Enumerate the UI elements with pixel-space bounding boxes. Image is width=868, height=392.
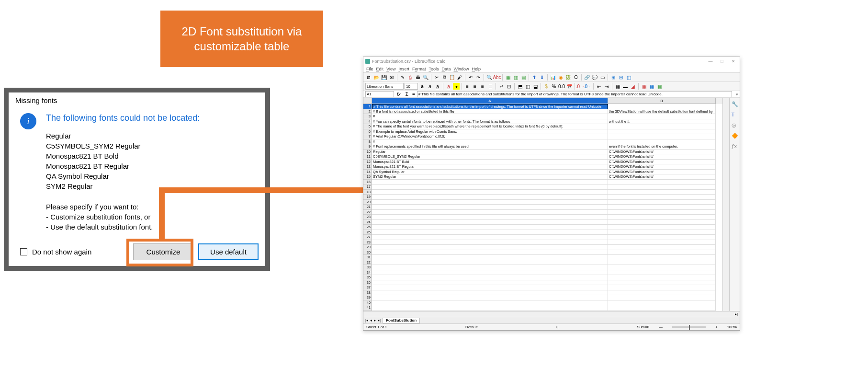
- row-header[interactable]: 28: [363, 240, 372, 245]
- row-header[interactable]: 9: [363, 144, 372, 150]
- cond-format3-icon[interactable]: ▦: [656, 83, 663, 90]
- border-color-icon[interactable]: ◢: [630, 83, 636, 90]
- decrease-indent-icon[interactable]: ⇤: [596, 83, 602, 90]
- row-header[interactable]: 19: [363, 195, 372, 200]
- row-header[interactable]: 25: [363, 225, 372, 230]
- row-header[interactable]: 29: [363, 245, 372, 250]
- cell[interactable]: [372, 295, 608, 300]
- cell[interactable]: # This file contains all font associatio…: [372, 104, 608, 109]
- cell[interactable]: [372, 210, 608, 215]
- row-header[interactable]: 37: [363, 285, 372, 290]
- sort-asc-icon[interactable]: ⬆: [531, 74, 538, 81]
- comment-icon[interactable]: 💬: [591, 74, 598, 81]
- row-icon[interactable]: ▦: [505, 74, 511, 81]
- navigator-icon[interactable]: 🔶: [732, 133, 738, 139]
- cell[interactable]: [372, 205, 608, 210]
- sheet-tab[interactable]: FontSubstitution: [383, 318, 420, 323]
- row-header[interactable]: 15: [363, 174, 372, 180]
- cell[interactable]: [372, 270, 608, 276]
- cond-format2-icon[interactable]: ▦: [648, 83, 655, 90]
- print-icon[interactable]: 🖶: [415, 74, 421, 81]
- hyperlink-icon[interactable]: 🔗: [584, 74, 590, 81]
- cell[interactable]: [608, 134, 716, 139]
- cell[interactable]: [608, 220, 716, 225]
- align-center-icon[interactable]: ≡: [472, 83, 478, 90]
- cell[interactable]: [608, 114, 716, 119]
- italic-icon[interactable]: a: [427, 83, 433, 90]
- cell[interactable]: C:\WINDOWS\Fonts\arial.ttf: [608, 174, 716, 180]
- cell[interactable]: [372, 195, 608, 200]
- align-right-icon[interactable]: ≡: [479, 83, 486, 90]
- maximize-button[interactable]: □: [718, 59, 726, 64]
- column-header-a[interactable]: A: [372, 98, 608, 104]
- cell[interactable]: #: [372, 114, 608, 119]
- cell[interactable]: [608, 265, 716, 270]
- row-header[interactable]: 34: [363, 270, 372, 276]
- save-icon[interactable]: 💾: [381, 74, 387, 81]
- image-icon[interactable]: 🖼: [565, 74, 572, 81]
- cell[interactable]: [372, 290, 608, 296]
- cell[interactable]: [372, 240, 608, 245]
- row-header[interactable]: 1: [363, 104, 372, 109]
- row-header[interactable]: 20: [363, 200, 372, 205]
- cell[interactable]: [372, 300, 608, 306]
- select-all-corner[interactable]: [363, 98, 372, 104]
- row-header[interactable]: 33: [363, 265, 372, 270]
- increase-indent-icon[interactable]: ⇥: [603, 83, 610, 90]
- cell[interactable]: even if the font is installed on the com…: [608, 144, 716, 150]
- cell[interactable]: C:\WINDOWS\Fonts\arial.ttf: [608, 164, 716, 170]
- cell[interactable]: [372, 255, 608, 260]
- merge-icon[interactable]: ⊡: [506, 83, 512, 90]
- formula-expand-icon[interactable]: ▾: [734, 92, 740, 97]
- row-header[interactable]: 3: [363, 114, 372, 119]
- print-preview-icon[interactable]: 🔍: [422, 74, 429, 81]
- row-header[interactable]: 5: [363, 124, 372, 129]
- row-header[interactable]: 14: [363, 170, 372, 175]
- cell[interactable]: [372, 225, 608, 230]
- valign-mid-icon[interactable]: ◫: [524, 83, 531, 90]
- cell[interactable]: [608, 230, 716, 235]
- cell[interactable]: [608, 195, 716, 200]
- spellcheck-icon[interactable]: Abc: [494, 74, 500, 81]
- align-justify-icon[interactable]: ≣: [487, 83, 494, 90]
- cell[interactable]: C:\WINDOWS\Fonts\arial.ttf: [608, 150, 716, 155]
- highlight-icon[interactable]: ▾: [453, 83, 460, 90]
- find-icon[interactable]: 🔍: [486, 74, 493, 81]
- cell[interactable]: [608, 104, 716, 109]
- align-left-icon[interactable]: ≡: [464, 83, 471, 90]
- row-header[interactable]: 10: [363, 150, 372, 155]
- row-header[interactable]: 2: [363, 109, 372, 115]
- cell[interactable]: [372, 305, 608, 311]
- freeze-icon[interactable]: ⊞: [610, 74, 617, 81]
- format-paintbrush-icon[interactable]: 🖌: [456, 74, 463, 81]
- sum-icon[interactable]: Σ: [406, 92, 408, 97]
- cell[interactable]: C:\WINDOWS\Fonts\arial.ttf: [608, 170, 716, 175]
- close-button[interactable]: ✕: [729, 59, 738, 64]
- open-icon[interactable]: 📂: [373, 74, 380, 81]
- bold-icon[interactable]: a: [419, 83, 426, 90]
- row-header[interactable]: 39: [363, 295, 372, 300]
- checkbox-icon[interactable]: [20, 248, 27, 255]
- cell[interactable]: [608, 210, 716, 215]
- valign-bot-icon[interactable]: ⬓: [532, 83, 539, 90]
- export-pdf-icon[interactable]: ⎙: [407, 74, 414, 81]
- spreadsheet-grid[interactable]: A B 1# This file contains all font assoc…: [363, 98, 722, 311]
- function-wizard-icon[interactable]: fx: [397, 92, 401, 97]
- row-header[interactable]: 22: [363, 210, 372, 215]
- cell[interactable]: #: [372, 139, 608, 145]
- cell[interactable]: [608, 290, 716, 296]
- name-box[interactable]: [365, 91, 394, 97]
- menu-view[interactable]: View: [386, 67, 395, 71]
- sheet-nav-last-icon[interactable]: ▸|: [378, 318, 381, 323]
- borders-icon[interactable]: ▦: [614, 83, 621, 90]
- status-zoom[interactable]: 100%: [727, 325, 737, 329]
- add-decimal-icon[interactable]: .0→: [577, 83, 584, 90]
- cell[interactable]: without the #:: [608, 119, 716, 125]
- cell[interactable]: [372, 235, 608, 240]
- valign-top-icon[interactable]: ⬒: [517, 83, 523, 90]
- cell[interactable]: [608, 245, 716, 250]
- row-header[interactable]: 31: [363, 255, 372, 260]
- date-icon[interactable]: 📅: [566, 83, 573, 90]
- font-color-icon[interactable]: a: [445, 83, 452, 90]
- cell[interactable]: [608, 200, 716, 205]
